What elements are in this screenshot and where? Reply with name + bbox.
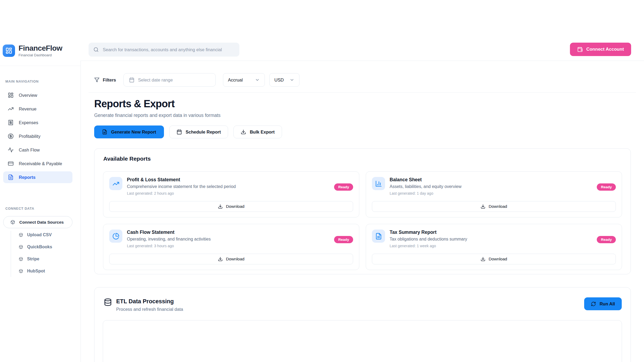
download-button[interactable]: Download [109,201,353,212]
cube-icon [19,245,23,249]
run-all-button[interactable]: Run All [584,297,622,310]
generate-new-report-label: Generate New Report [111,130,156,135]
download-icon [481,204,485,209]
sidebar-item-label: Cash Flow [19,147,40,153]
report-last-generated: Last generated: 1 week ago [390,244,592,248]
etl-panel: ETL Data Processing Process and refresh … [94,287,631,362]
brand-tagline: Financial Dashboard [19,53,62,57]
etl-title: ETL Data Processing [116,298,183,305]
connect-data-sources-label: Connect Data Sources [19,220,64,225]
etl-header: ETL Data Processing Process and refresh … [104,298,183,312]
filters-label: Filters [103,77,116,83]
report-title: Cash Flow Statement [127,230,330,235]
wallet-icon [577,47,583,52]
receipt-icon [8,120,14,125]
download-label: Download [226,204,244,209]
data-source-stripe[interactable]: Stripe [19,257,39,261]
file-text-icon [102,129,107,135]
currency-select[interactable]: USD [269,73,299,87]
report-description: Assets, liabilities, and equity overview [390,184,592,189]
report-icon-tile [109,230,122,243]
brand: FinanceFlow Financial Dashboard [3,44,62,57]
top-bar: Connect Account [80,39,644,61]
trending-up-icon [112,180,119,187]
cube-icon [19,257,23,261]
sidebar-item-receivable-payable[interactable]: Receivable & Payable [3,158,72,169]
refresh-icon [591,301,596,306]
download-button[interactable]: Download [372,201,616,212]
download-icon [481,257,485,261]
file-text-icon [375,233,382,240]
sidebar-item-reports[interactable]: Reports [3,171,72,183]
generate-new-report-button[interactable]: Generate New Report [94,125,164,138]
download-label: Download [489,204,507,209]
report-description: Comprehensive income statement for the s… [127,184,330,189]
data-source-upload-csv[interactable]: Upload CSV [19,232,52,237]
layout-dashboard-icon [8,92,14,98]
sidebar-item-cash-flow[interactable]: Cash Flow [3,144,72,156]
filters-bar: Filters Select date range Accrual USD [94,73,299,87]
report-icon-tile [109,177,122,190]
sidebar-item-label: Profitability [19,134,41,139]
report-icon-tile [372,230,385,243]
filters-toggle[interactable]: Filters [94,77,116,83]
status-badge: Ready [334,183,353,191]
etl-subtitle: Process and refresh financial data [116,307,183,312]
file-text-icon [8,174,14,180]
connect-account-button[interactable]: Connect Account [570,43,631,56]
status-badge: Ready [597,236,616,243]
etl-task-list-container [103,320,622,362]
sidebar-divider [0,66,80,66]
status-badge: Ready [334,236,353,243]
sidebar-item-overview[interactable]: Overview [3,89,72,101]
brand-name: FinanceFlow [19,44,62,53]
sidebar: FinanceFlow Financial Dashboard MAIN NAV… [0,39,81,362]
date-range-placeholder: Select date range [138,77,173,83]
report-icon-tile [372,177,385,190]
connect-section-label: CONNECT DATA [5,207,34,210]
sidebar-item-label: Overview [19,93,37,98]
schedule-report-button[interactable]: Schedule Report [169,125,228,138]
search-input[interactable] [102,47,235,53]
connect-data-sources-button[interactable]: Connect Data Sources [3,216,72,228]
sidebar-item-expenses[interactable]: Expenses [3,117,72,128]
data-source-label: HubSpot [27,269,45,274]
sidebar-item-revenue[interactable]: Revenue [3,103,72,115]
bar-chart-icon [375,180,382,187]
run-all-label: Run All [599,301,615,306]
date-range-picker[interactable]: Select date range [123,73,216,87]
cube-icon [19,233,23,237]
bulk-export-label: Bulk Export [250,130,275,135]
report-last-generated: Last generated: 3 hours ago [127,244,330,248]
sidebar-item-label: Expenses [19,120,38,125]
pie-chart-icon [112,233,119,240]
data-source-quickbooks[interactable]: QuickBooks [19,245,52,249]
trending-up-icon [8,106,14,112]
accounting-basis-select[interactable]: Accrual [223,73,265,87]
download-button[interactable]: Download [372,254,616,264]
sidebar-item-profitability[interactable]: Profitability [3,130,72,142]
cube-icon [19,269,23,273]
chevron-down-icon [290,77,294,82]
download-label: Download [226,257,244,261]
calendar-icon [129,77,134,83]
download-button[interactable]: Download [109,254,353,264]
connect-account-label: Connect Account [586,47,624,52]
cube-icon [10,220,15,224]
report-actions: Generate New Report Schedule Report Bulk… [94,125,282,138]
available-reports-title: Available Reports [103,156,151,162]
sidebar-item-label: Receivable & Payable [19,161,62,166]
report-title: Tax Summary Report [390,230,592,235]
bulk-export-button[interactable]: Bulk Export [233,125,282,138]
report-last-generated: Last generated: 2 hours ago [127,191,330,195]
calendar-icon [177,129,182,135]
available-reports-panel: Available Reports Profit & Loss Statemen… [94,148,631,274]
report-title: Balance Sheet [390,177,592,183]
sidebar-item-label: Revenue [19,106,36,112]
dollar-circle-icon [8,133,14,139]
data-source-hubspot[interactable]: HubSpot [19,269,45,274]
main-navigation: Overview Revenue Expenses Profitability … [3,89,72,183]
data-source-label: QuickBooks [27,245,52,249]
schedule-report-label: Schedule Report [186,130,221,135]
finance-flow-app: FinanceFlow Financial Dashboard MAIN NAV… [0,0,644,362]
